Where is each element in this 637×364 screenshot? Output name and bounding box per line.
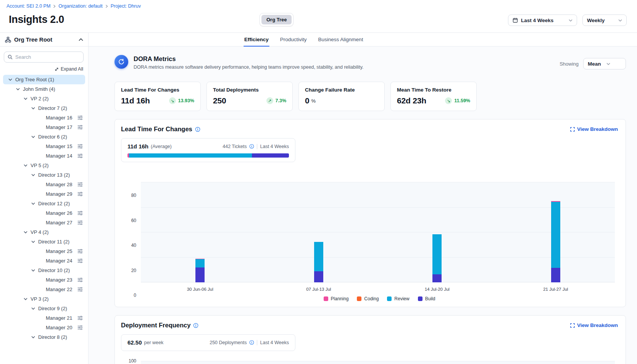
tree-item[interactable]: Director 13 (2) [3,170,85,180]
tree-chevron-down-icon[interactable] [24,164,31,167]
tree-item[interactable]: Director 9 (2) [3,304,85,313]
filter-sliders-icon[interactable] [77,182,83,187]
legend-item-planning[interactable]: Planning [324,296,349,301]
filter-sliders-icon[interactable] [77,258,83,263]
tree-item[interactable]: Manager 25 [3,246,85,256]
filter-sliders-icon[interactable] [77,220,83,225]
tree-item[interactable]: Manager 21 [3,313,85,323]
filter-sliders-icon[interactable] [77,192,83,196]
granularity-select[interactable]: Weekly [582,14,627,26]
filter-sliders-icon[interactable] [77,249,83,254]
tree-item[interactable]: Director 8 (2) [3,332,85,342]
stacked-bar[interactable] [314,242,323,282]
legend-item-coding[interactable]: Coding [357,296,379,301]
tree-chevron-down-icon[interactable] [31,174,38,176]
filter-sliders-icon[interactable] [77,125,83,130]
tree-item-label: VP 4 (2) [31,229,48,235]
stacked-bar[interactable] [195,259,205,282]
dora-description: DORA metrics measure software delivery p… [134,64,364,70]
tab-business-alignment[interactable]: Business Alignment [318,33,364,46]
info-icon[interactable] [249,340,254,345]
tree-item[interactable]: VP 4 (2) [3,227,85,237]
org-hierarchy-icon [5,37,11,43]
tree-chevron-down-icon[interactable] [31,269,38,272]
tree-chevron-down-icon[interactable] [16,88,23,90]
tree-item[interactable]: VP 5 (2) [3,161,85,170]
tree-item-label: Manager 27 [46,220,72,225]
tab-productivity[interactable]: Productivity [279,33,308,46]
tree-item[interactable]: VP 3 (2) [3,294,85,304]
date-range-select[interactable]: Last 4 Weeks [508,14,577,26]
view-breakdown-label: View Breakdown [577,322,618,328]
info-icon[interactable] [193,323,198,328]
breadcrumb-link[interactable]: Account: SEI 2.0 PM [6,3,50,9]
org-tree-toggle-label[interactable]: Org Tree [261,15,292,24]
tree-item[interactable]: Director 7 (2) [3,103,85,113]
stacked-bar[interactable] [432,234,442,282]
deployment-view-breakdown[interactable]: View Breakdown [570,322,618,328]
info-icon[interactable] [249,144,254,149]
org-tree-toggle[interactable]: Org Tree [260,13,294,26]
collapse-chevron-up-icon[interactable] [79,38,83,41]
tree-item[interactable]: Director 11 (2) [3,237,85,246]
showing-select[interactable]: Mean [583,58,626,69]
filter-sliders-icon[interactable] [77,211,83,216]
tree-item[interactable]: Org Tree Root (1) [3,75,85,84]
tree-item[interactable]: Director 12 (2) [3,199,85,208]
metric-card: Mean Time To Restore62d 23h↘11.59% [390,82,477,111]
tree-chevron-down-icon[interactable] [31,107,38,110]
tree-item-label: Manager 21 [46,315,72,321]
tree-item[interactable]: Manager 22 [3,285,85,294]
tree-chevron-down-icon[interactable] [31,202,38,205]
legend-item-build[interactable]: Build [418,296,435,301]
filter-sliders-icon[interactable] [77,287,83,292]
tree-chevron-down-icon[interactable] [31,307,38,310]
info-icon[interactable] [195,127,200,132]
content-scroll-area[interactable]: DORA Metrics DORA metrics measure softwa… [89,47,637,364]
tree-item[interactable]: John Smith (4) [3,84,85,94]
tree-item[interactable]: Manager 15 [3,142,85,151]
divider [257,144,257,149]
filter-sliders-icon[interactable] [77,144,83,149]
maximize-icon [570,127,575,132]
breadcrumb-link[interactable]: Organization: default [58,3,102,9]
filter-sliders-icon[interactable] [77,325,83,330]
tree-item[interactable]: Manager 17 [3,122,85,132]
tree-item[interactable]: Manager 29 [3,189,85,199]
tree-chevron-down-icon[interactable] [31,135,38,138]
tree-item[interactable]: Manager 24 [3,256,85,266]
tree-chevron-down-icon[interactable] [31,336,38,338]
tree-item[interactable]: Director 6 (2) [3,132,85,142]
tree-item[interactable]: Manager 14 [3,151,85,161]
tree-chevron-down-icon[interactable] [24,97,31,100]
filter-sliders-icon[interactable] [77,153,83,158]
tab-efficiency[interactable]: Efficiency [244,33,269,46]
tree-item[interactable]: VP 2 (2) [3,94,85,103]
breadcrumb-chevron-icon [53,5,56,8]
tree-chevron-down-icon[interactable] [8,78,15,81]
filter-sliders-icon[interactable] [77,277,83,282]
tree-item-label: Director 9 (2) [38,306,67,311]
tree-search[interactable] [4,52,84,63]
range-label: Last 4 Weeks [260,340,289,345]
tree-item[interactable]: Manager 20 [3,323,85,332]
breadcrumb-link[interactable]: Project: Dhruv [111,3,141,9]
tree-item[interactable]: Manager 16 [3,113,85,122]
expand-all-button[interactable]: Expand All [55,66,83,72]
tree-item[interactable]: Director 10 (2) [3,266,85,275]
search-input[interactable] [15,54,80,60]
tree-chevron-down-icon[interactable] [24,231,31,234]
filter-sliders-icon[interactable] [77,316,83,321]
legend-item-review[interactable]: Review [387,296,409,301]
filter-sliders-icon[interactable] [77,115,83,120]
tree-item[interactable]: Manager 26 [3,208,85,218]
x-axis-label: 14 Jul-20 Jul [425,287,450,292]
lead-time-view-breakdown[interactable]: View Breakdown [570,126,618,132]
tree-item[interactable]: Manager 28 [3,180,85,189]
tree-item[interactable]: Manager 27 [3,218,85,227]
tree-item[interactable]: Manager 23 [3,275,85,285]
tree-chevron-down-icon[interactable] [31,240,38,243]
tree-chevron-down-icon[interactable] [24,298,31,300]
stacked-bar[interactable] [551,201,560,282]
chevron-down-icon [606,63,610,65]
